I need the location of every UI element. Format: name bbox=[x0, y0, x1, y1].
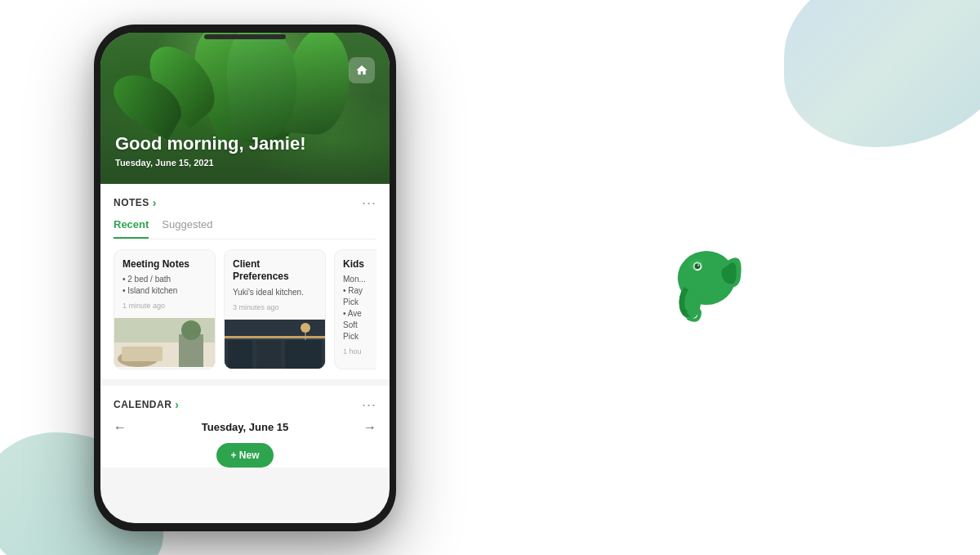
note-image-meeting bbox=[114, 318, 215, 367]
notes-chevron: › bbox=[153, 196, 157, 209]
new-event-button[interactable]: + New bbox=[216, 443, 274, 468]
new-event-label: + New bbox=[230, 450, 259, 461]
notes-tabs: Recent Suggested bbox=[114, 218, 376, 239]
home-button[interactable] bbox=[349, 57, 375, 83]
date-text: Tuesday, June 15, 2021 bbox=[115, 158, 305, 168]
note-card-content-meeting: Meeting Notes • 2 bed / bath• Island kit… bbox=[114, 250, 215, 319]
svg-point-5 bbox=[181, 320, 201, 340]
evernote-logo bbox=[662, 233, 751, 323]
calendar-nav: ← Tuesday, June 15 → bbox=[114, 420, 376, 435]
note-card-content-client: Client Preferences Yuki's ideal kitchen.… bbox=[225, 250, 325, 320]
note-time-meeting: 1 minute ago bbox=[122, 302, 207, 310]
calendar-next-button[interactable]: → bbox=[363, 420, 376, 435]
calendar-prev-button[interactable]: ← bbox=[114, 420, 127, 435]
note-title-meeting: Meeting Notes bbox=[122, 258, 207, 271]
calendar-chevron: › bbox=[175, 398, 179, 411]
decorative-blob-top-right bbox=[784, 0, 980, 147]
notes-title: NOTES bbox=[114, 197, 149, 208]
evernote-elephant-icon bbox=[662, 233, 751, 323]
note-title-client: Client Preferences bbox=[233, 258, 317, 284]
phone-mockup: Good morning, Jamie! Tuesday, June 15, 2… bbox=[94, 25, 396, 531]
home-icon bbox=[355, 64, 368, 77]
svg-point-19 bbox=[682, 309, 688, 312]
svg-rect-11 bbox=[225, 336, 325, 338]
note-body-client: Yuki's ideal kitchen. bbox=[233, 287, 317, 298]
notes-cards-list: Meeting Notes • 2 bed / bath• Island kit… bbox=[114, 249, 376, 379]
svg-point-12 bbox=[301, 323, 310, 333]
note-time-kids: 1 hou bbox=[343, 347, 376, 356]
calendar-more-button[interactable]: ··· bbox=[362, 397, 376, 412]
svg-rect-10 bbox=[285, 340, 322, 369]
note-time-client: 3 minutes ago bbox=[233, 303, 317, 311]
note-image-client bbox=[225, 320, 325, 369]
phone-notch bbox=[204, 34, 286, 39]
calendar-date: Tuesday, June 15 bbox=[202, 421, 288, 433]
calendar-section: CALENDAR › ··· ← Tuesday, June 15 → + Ne… bbox=[100, 386, 390, 468]
notes-section-header: NOTES › ··· bbox=[114, 195, 376, 210]
note-card-client[interactable]: Client Preferences Yuki's ideal kitchen.… bbox=[224, 249, 326, 369]
svg-rect-9 bbox=[256, 340, 281, 369]
phone-screen: Good morning, Jamie! Tuesday, June 15, 2… bbox=[100, 33, 390, 523]
notes-title-row[interactable]: NOTES › bbox=[114, 196, 157, 209]
tab-suggested[interactable]: Suggested bbox=[162, 218, 212, 239]
svg-rect-8 bbox=[228, 340, 252, 369]
note-card-kids[interactable]: Kids Mon...• RayPick• AveSoftPick 1 hou bbox=[334, 249, 376, 369]
notes-more-button[interactable]: ··· bbox=[362, 195, 376, 210]
calendar-title-row[interactable]: CALENDAR › bbox=[114, 398, 179, 411]
greeting-text: Good morning, Jamie! bbox=[115, 133, 305, 154]
note-card-content-kids: Kids Mon...• RayPick• AveSoftPick 1 hou bbox=[335, 250, 376, 365]
phone-shell: Good morning, Jamie! Tuesday, June 15, 2… bbox=[94, 25, 396, 531]
calendar-title: CALENDAR bbox=[114, 399, 172, 410]
svg-rect-3 bbox=[122, 347, 163, 361]
tab-recent[interactable]: Recent bbox=[114, 218, 149, 239]
app-header: Good morning, Jamie! Tuesday, June 15, 2… bbox=[100, 33, 390, 184]
header-text: Good morning, Jamie! Tuesday, June 15, 2… bbox=[115, 133, 305, 167]
note-body-meeting: • 2 bed / bath• Island kitchen bbox=[122, 274, 207, 297]
note-title-kids: Kids bbox=[343, 258, 376, 271]
note-body-kids: Mon...• RayPick• AveSoftPick bbox=[343, 274, 376, 342]
note-card-meeting[interactable]: Meeting Notes • 2 bed / bath• Island kit… bbox=[114, 249, 216, 369]
notes-section: NOTES › ··· Recent Suggested Meeting Not… bbox=[100, 184, 390, 379]
calendar-section-header: CALENDAR › ··· bbox=[114, 397, 376, 412]
